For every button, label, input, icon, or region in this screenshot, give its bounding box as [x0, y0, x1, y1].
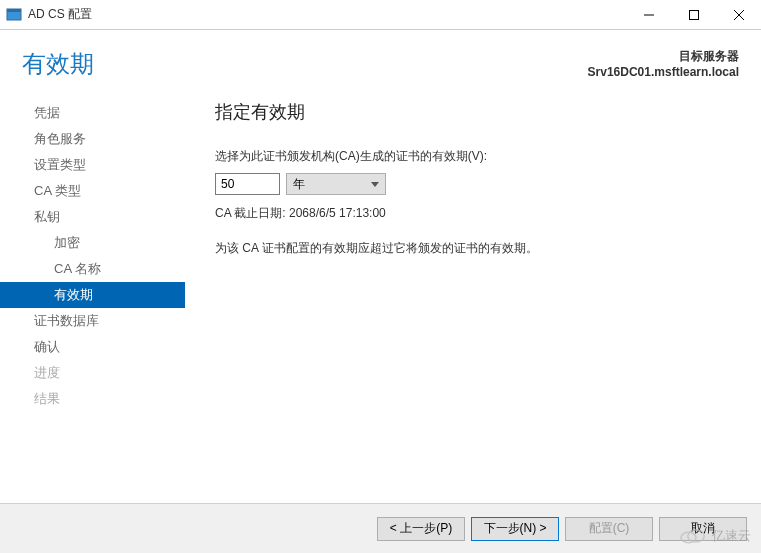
titlebar: AD CS 配置: [0, 0, 761, 30]
validity-note: 为该 CA 证书配置的有效期应超过它将颁发的证书的有效期。: [215, 240, 731, 257]
sidebar-item-private-key[interactable]: 私钥: [0, 204, 185, 230]
duration-unit-value: 年: [293, 176, 305, 193]
sidebar-item-cert-database[interactable]: 证书数据库: [0, 308, 185, 334]
sidebar-item-ca-type[interactable]: CA 类型: [0, 178, 185, 204]
cancel-button[interactable]: 取消: [659, 517, 747, 541]
expiry-date-text: CA 截止日期: 2068/6/5 17:13:00: [215, 205, 731, 222]
sidebar-item-confirmation[interactable]: 确认: [0, 334, 185, 360]
window-controls: [626, 0, 761, 30]
maximize-button[interactable]: [671, 0, 716, 30]
sidebar-item-progress: 进度: [0, 360, 185, 386]
main-heading: 指定有效期: [215, 100, 731, 124]
target-server-name: Srv16DC01.msftlearn.local: [588, 65, 739, 79]
duration-unit-select[interactable]: 年: [286, 173, 386, 195]
target-server-block: 目标服务器 Srv16DC01.msftlearn.local: [588, 48, 739, 79]
svg-rect-3: [689, 10, 698, 19]
duration-row: 年: [215, 173, 731, 195]
target-server-label: 目标服务器: [588, 48, 739, 65]
main-panel: 指定有效期 选择为此证书颁发机构(CA)生成的证书的有效期(V): 年 CA 截…: [185, 90, 761, 480]
duration-label: 选择为此证书颁发机构(CA)生成的证书的有效期(V):: [215, 148, 731, 165]
app-icon: [6, 7, 22, 23]
previous-button[interactable]: < 上一步(P): [377, 517, 465, 541]
page-title: 有效期: [22, 48, 94, 80]
sidebar-item-results: 结果: [0, 386, 185, 412]
page-header: 有效期 目标服务器 Srv16DC01.msftlearn.local: [0, 30, 761, 90]
sidebar-item-setup-type[interactable]: 设置类型: [0, 152, 185, 178]
next-button[interactable]: 下一步(N) >: [471, 517, 559, 541]
configure-button: 配置(C): [565, 517, 653, 541]
window-title: AD CS 配置: [28, 6, 626, 23]
sidebar-item-validity[interactable]: 有效期: [0, 282, 185, 308]
close-button[interactable]: [716, 0, 761, 30]
sidebar-item-credentials[interactable]: 凭据: [0, 100, 185, 126]
sidebar-item-role-services[interactable]: 角色服务: [0, 126, 185, 152]
duration-input[interactable]: [215, 173, 280, 195]
wizard-footer: < 上一步(P) 下一步(N) > 配置(C) 取消 亿速云: [0, 503, 761, 553]
sidebar-item-ca-name[interactable]: CA 名称: [0, 256, 185, 282]
minimize-button[interactable]: [626, 0, 671, 30]
sidebar-item-cryptography[interactable]: 加密: [0, 230, 185, 256]
wizard-sidebar: 凭据 角色服务 设置类型 CA 类型 私钥 加密 CA 名称 有效期 证书数据库…: [0, 90, 185, 480]
content-area: 凭据 角色服务 设置类型 CA 类型 私钥 加密 CA 名称 有效期 证书数据库…: [0, 90, 761, 480]
svg-rect-1: [7, 9, 21, 12]
